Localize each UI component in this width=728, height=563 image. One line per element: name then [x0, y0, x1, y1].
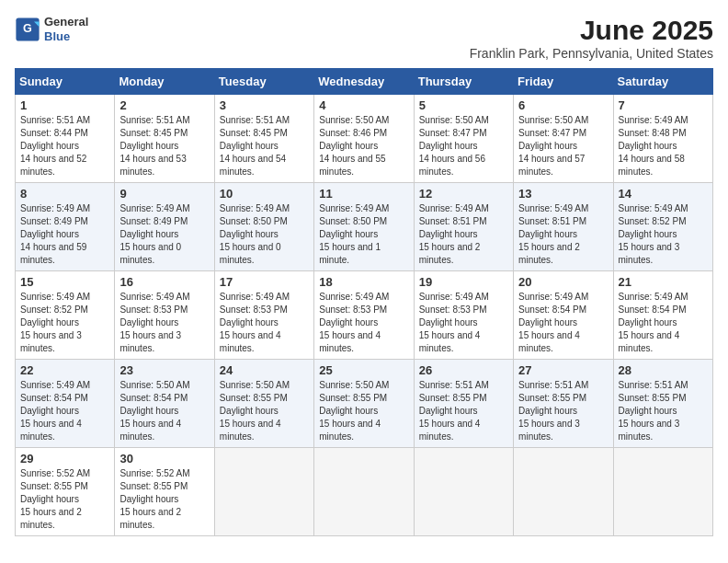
header-day-saturday: Saturday — [613, 69, 712, 95]
calendar-cell: 19 Sunrise: 5:49 AMSunset: 8:53 PMDaylig… — [414, 271, 513, 360]
header-day-friday: Friday — [514, 69, 613, 95]
day-number: 13 — [518, 187, 608, 201]
day-number: 11 — [319, 187, 408, 201]
cell-info: Sunrise: 5:49 AMSunset: 8:54 PMDaylight … — [619, 291, 708, 355]
cell-info: Sunrise: 5:52 AMSunset: 8:55 PMDaylight … — [20, 467, 109, 532]
calendar-cell: 18 Sunrise: 5:49 AMSunset: 8:53 PMDaylig… — [314, 271, 414, 360]
day-number: 1 — [20, 98, 109, 112]
calendar-cell: 9 Sunrise: 5:49 AMSunset: 8:49 PMDayligh… — [115, 183, 214, 271]
cell-info: Sunrise: 5:49 AMSunset: 8:54 PMDaylight … — [518, 291, 608, 355]
day-number: 29 — [20, 452, 109, 465]
svg-text:G: G — [23, 21, 32, 34]
calendar-header: SundayMondayTuesdayWednesdayThursdayFrid… — [16, 69, 713, 95]
day-number: 19 — [419, 275, 508, 289]
logo-blue: Blue — [44, 29, 88, 44]
location-title: Franklin Park, Pennsylvania, United Stat… — [470, 46, 713, 61]
logo-text: General Blue — [44, 15, 88, 43]
calendar-cell: 24 Sunrise: 5:50 AMSunset: 8:55 PMDaylig… — [214, 360, 313, 448]
week-row-5: 29 Sunrise: 5:52 AMSunset: 8:55 PMDaylig… — [16, 448, 713, 536]
calendar-cell: 29 Sunrise: 5:52 AMSunset: 8:55 PMDaylig… — [16, 448, 115, 536]
cell-info: Sunrise: 5:50 AMSunset: 8:55 PMDaylight … — [319, 379, 408, 443]
header-row: SundayMondayTuesdayWednesdayThursdayFrid… — [16, 69, 713, 95]
day-number: 17 — [220, 275, 309, 289]
day-number: 21 — [619, 275, 708, 289]
day-number: 28 — [619, 363, 708, 377]
day-number: 5 — [419, 98, 508, 112]
cell-info: Sunrise: 5:49 AMSunset: 8:54 PMDaylight … — [20, 379, 109, 443]
day-number: 7 — [619, 98, 708, 112]
calendar-cell: 10 Sunrise: 5:49 AMSunset: 8:50 PMDaylig… — [214, 183, 313, 271]
day-number: 9 — [119, 187, 209, 201]
cell-info: Sunrise: 5:49 AMSunset: 8:53 PMDaylight … — [319, 291, 408, 355]
day-number: 22 — [20, 363, 109, 377]
header-day-thursday: Thursday — [414, 69, 513, 95]
page-header: G General Blue June 2025 Franklin Park, … — [15, 15, 713, 61]
day-number: 25 — [319, 363, 408, 377]
cell-info: Sunrise: 5:49 AMSunset: 8:51 PMDaylight … — [419, 202, 508, 267]
calendar-cell: 28 Sunrise: 5:51 AMSunset: 8:55 PMDaylig… — [613, 360, 712, 448]
header-day-tuesday: Tuesday — [214, 69, 313, 95]
cell-info: Sunrise: 5:51 AMSunset: 8:55 PMDaylight … — [518, 379, 608, 443]
cell-info: Sunrise: 5:49 AMSunset: 8:51 PMDaylight … — [518, 202, 608, 267]
cell-info: Sunrise: 5:50 AMSunset: 8:54 PMDaylight … — [119, 379, 209, 443]
day-number: 15 — [20, 275, 109, 289]
day-number: 20 — [518, 275, 608, 289]
cell-info: Sunrise: 5:50 AMSunset: 8:55 PMDaylight … — [220, 379, 309, 443]
calendar-cell — [514, 448, 613, 536]
day-number: 14 — [619, 187, 708, 201]
calendar-cell: 27 Sunrise: 5:51 AMSunset: 8:55 PMDaylig… — [514, 360, 613, 448]
calendar-cell: 30 Sunrise: 5:52 AMSunset: 8:55 PMDaylig… — [115, 448, 214, 536]
header-day-monday: Monday — [115, 69, 214, 95]
cell-info: Sunrise: 5:49 AMSunset: 8:49 PMDaylight … — [119, 202, 209, 267]
week-row-3: 15 Sunrise: 5:49 AMSunset: 8:52 PMDaylig… — [16, 271, 713, 360]
cell-info: Sunrise: 5:50 AMSunset: 8:47 PMDaylight … — [518, 114, 608, 178]
logo-icon: G — [15, 17, 40, 42]
calendar-cell: 26 Sunrise: 5:51 AMSunset: 8:55 PMDaylig… — [414, 360, 513, 448]
day-number: 16 — [119, 275, 209, 289]
calendar-cell: 13 Sunrise: 5:49 AMSunset: 8:51 PMDaylig… — [514, 183, 613, 271]
calendar-cell: 14 Sunrise: 5:49 AMSunset: 8:52 PMDaylig… — [613, 183, 712, 271]
day-number: 3 — [220, 98, 309, 112]
calendar-cell: 25 Sunrise: 5:50 AMSunset: 8:55 PMDaylig… — [314, 360, 414, 448]
day-number: 30 — [119, 452, 209, 465]
calendar-table: SundayMondayTuesdayWednesdayThursdayFrid… — [15, 68, 713, 536]
calendar-cell: 15 Sunrise: 5:49 AMSunset: 8:52 PMDaylig… — [16, 271, 115, 360]
week-row-1: 1 Sunrise: 5:51 AMSunset: 8:44 PMDayligh… — [16, 95, 713, 183]
calendar-cell: 22 Sunrise: 5:49 AMSunset: 8:54 PMDaylig… — [16, 360, 115, 448]
cell-info: Sunrise: 5:51 AMSunset: 8:55 PMDaylight … — [619, 379, 708, 443]
logo-general: General — [44, 15, 88, 29]
header-day-sunday: Sunday — [16, 69, 115, 95]
calendar-cell: 1 Sunrise: 5:51 AMSunset: 8:44 PMDayligh… — [16, 95, 115, 183]
calendar-cell: 11 Sunrise: 5:49 AMSunset: 8:50 PMDaylig… — [314, 183, 414, 271]
calendar-cell: 4 Sunrise: 5:50 AMSunset: 8:46 PMDayligh… — [314, 95, 414, 183]
calendar-cell: 8 Sunrise: 5:49 AMSunset: 8:49 PMDayligh… — [16, 183, 115, 271]
cell-info: Sunrise: 5:49 AMSunset: 8:52 PMDaylight … — [619, 202, 708, 267]
calendar-cell: 12 Sunrise: 5:49 AMSunset: 8:51 PMDaylig… — [414, 183, 513, 271]
calendar-cell: 16 Sunrise: 5:49 AMSunset: 8:53 PMDaylig… — [115, 271, 214, 360]
day-number: 26 — [419, 363, 508, 377]
day-number: 8 — [20, 187, 109, 201]
day-number: 2 — [119, 98, 209, 112]
calendar-cell — [613, 448, 712, 536]
day-number: 4 — [319, 98, 408, 112]
cell-info: Sunrise: 5:49 AMSunset: 8:52 PMDaylight … — [20, 291, 109, 355]
calendar-body: 1 Sunrise: 5:51 AMSunset: 8:44 PMDayligh… — [16, 95, 713, 536]
cell-info: Sunrise: 5:50 AMSunset: 8:46 PMDaylight … — [319, 114, 408, 178]
calendar-cell: 20 Sunrise: 5:49 AMSunset: 8:54 PMDaylig… — [514, 271, 613, 360]
day-number: 10 — [220, 187, 309, 201]
cell-info: Sunrise: 5:49 AMSunset: 8:53 PMDaylight … — [119, 291, 209, 355]
calendar-cell — [214, 448, 313, 536]
header-day-wednesday: Wednesday — [314, 69, 414, 95]
calendar-cell: 6 Sunrise: 5:50 AMSunset: 8:47 PMDayligh… — [514, 95, 613, 183]
logo: G General Blue — [15, 15, 88, 43]
cell-info: Sunrise: 5:49 AMSunset: 8:50 PMDaylight … — [319, 202, 408, 267]
cell-info: Sunrise: 5:51 AMSunset: 8:44 PMDaylight … — [20, 114, 109, 178]
calendar-cell — [414, 448, 513, 536]
calendar-cell: 2 Sunrise: 5:51 AMSunset: 8:45 PMDayligh… — [115, 95, 214, 183]
calendar-cell — [314, 448, 414, 536]
cell-info: Sunrise: 5:51 AMSunset: 8:55 PMDaylight … — [419, 379, 508, 443]
calendar-cell: 3 Sunrise: 5:51 AMSunset: 8:45 PMDayligh… — [214, 95, 313, 183]
day-number: 18 — [319, 275, 408, 289]
calendar-cell: 21 Sunrise: 5:49 AMSunset: 8:54 PMDaylig… — [613, 271, 712, 360]
week-row-4: 22 Sunrise: 5:49 AMSunset: 8:54 PMDaylig… — [16, 360, 713, 448]
